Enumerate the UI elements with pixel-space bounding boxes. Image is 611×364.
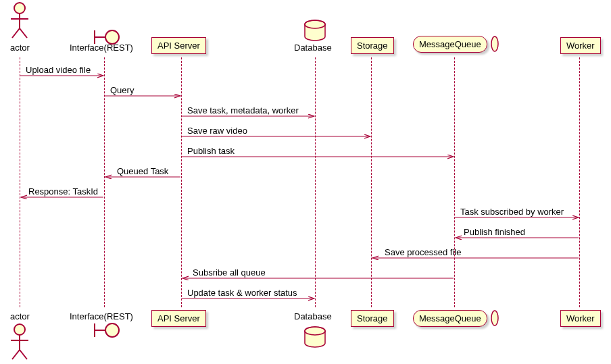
msg-queued: Queued Task: [117, 166, 168, 176]
lifeline-storage: [371, 57, 372, 307]
msg-publishfinished: Publish finished: [464, 227, 525, 237]
svg-point-20: [491, 36, 498, 51]
svg-point-16: [305, 20, 325, 28]
mq-cap-bottom: [491, 311, 498, 326]
msg-saveprocessed: Save processed file: [385, 247, 461, 257]
svg-line-9: [20, 350, 27, 359]
worker-bottom-box: Worker: [560, 310, 601, 327]
msg-upload: Upload video file: [26, 65, 91, 75]
lifeline-actor: [20, 57, 20, 307]
msg-publishtask: Publish task: [187, 146, 235, 156]
svg-line-8: [12, 350, 20, 359]
mq-top-box: MessageQueue: [413, 36, 487, 53]
actor-icon-top: [11, 3, 28, 38]
db-top-label: Database: [294, 43, 332, 53]
interface-icon-top: [95, 30, 119, 44]
lifeline-mq: [454, 57, 455, 307]
storage-top-box: Storage: [351, 37, 394, 54]
db-bottom-label: Database: [294, 311, 332, 321]
svg-point-0: [14, 3, 25, 14]
svg-point-18: [305, 327, 325, 335]
svg-point-13: [105, 323, 119, 337]
interface-top-label: Interface(REST): [70, 43, 133, 53]
lifeline-db: [315, 57, 316, 307]
msg-subscribeall: Subsribe all queue: [193, 267, 266, 278]
msg-updatestatus: Update task & worker status: [187, 288, 297, 298]
worker-top-box: Worker: [560, 37, 601, 54]
api-top-box: API Server: [151, 37, 206, 54]
interface-icon-bottom: [95, 323, 119, 337]
lifeline-interface: [104, 57, 105, 307]
db-icon-bottom: [305, 327, 325, 347]
actor-bottom-label: actor: [10, 311, 30, 321]
actor-top-label: actor: [10, 43, 30, 53]
lifeline-api: [181, 57, 182, 307]
api-bottom-box: API Server: [151, 310, 206, 327]
msg-response: Response: TaskId: [28, 186, 98, 197]
svg-point-21: [491, 311, 498, 326]
msg-tasksubscribed: Task subscribed by worker: [460, 207, 564, 217]
msg-query: Query: [110, 85, 134, 95]
svg-point-5: [14, 324, 25, 335]
lifeline-worker: [579, 57, 580, 307]
db-icon-top: [305, 20, 325, 41]
svg-line-3: [12, 28, 20, 38]
svg-point-19: [305, 327, 325, 335]
svg-point-10: [105, 30, 119, 44]
svg-point-17: [305, 20, 325, 28]
mq-cap-top: [491, 36, 498, 51]
msg-savetask: Save task, metadata, worker: [187, 105, 299, 115]
diagram-svg: [0, 0, 611, 364]
svg-line-4: [20, 28, 27, 38]
mq-bottom-box: MessageQueue: [413, 310, 487, 327]
msg-saveraw: Save raw video: [187, 126, 247, 136]
storage-bottom-box: Storage: [351, 310, 394, 327]
actor-icon-bottom: [11, 324, 28, 359]
interface-bottom-label: Interface(REST): [70, 311, 133, 321]
